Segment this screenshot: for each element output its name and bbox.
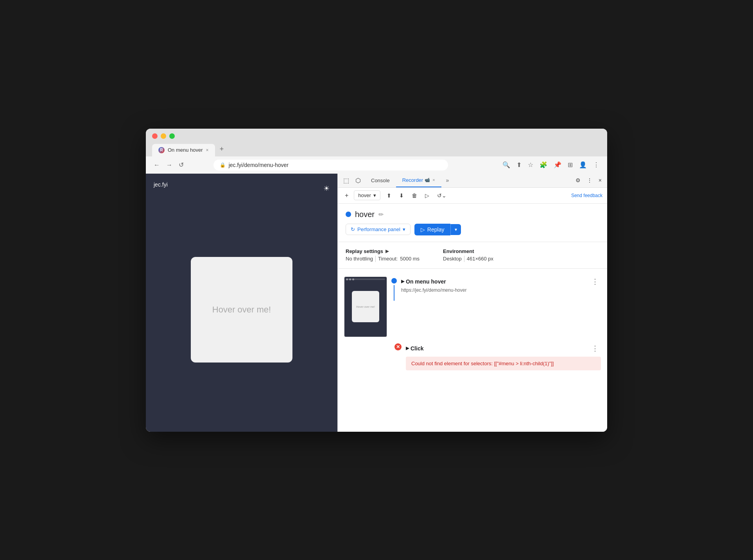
hover-box-container: Hover over me! <box>154 196 330 424</box>
recording-name: hover <box>358 192 371 198</box>
import-button[interactable]: ⬇ <box>396 190 407 201</box>
tab-favicon: R <box>158 147 165 153</box>
recording-name-select[interactable]: hover ▾ <box>354 190 380 200</box>
step-connector-1 <box>390 276 398 301</box>
bookmark-button[interactable]: ☆ <box>526 160 535 170</box>
recording-status-dot <box>346 212 351 217</box>
thumbnail-bar <box>346 278 385 280</box>
step-title-row-2: ▶ Click ⋮ <box>406 343 601 354</box>
browser-tab[interactable]: R On menu hover × <box>152 144 215 156</box>
step-expand-2[interactable]: ▶ Click <box>406 345 423 352</box>
devtools-close-button[interactable]: × <box>596 176 604 185</box>
profile-button[interactable]: 👤 <box>577 160 588 170</box>
timeout-label: Timeout: <box>378 256 398 262</box>
grid-button[interactable]: ⊞ <box>566 160 574 170</box>
recording-title-row: hover ✏ <box>346 210 599 219</box>
delete-button[interactable]: 🗑 <box>409 190 420 201</box>
url-bar[interactable]: 🔒 jec.fyi/demo/menu-hover <box>213 160 448 171</box>
replay-dropdown-button[interactable]: ▾ <box>450 224 461 235</box>
export-button[interactable]: ⬆ <box>384 190 394 201</box>
step-more-button-1[interactable]: ⋮ <box>589 276 601 287</box>
add-recording-button[interactable]: + <box>342 190 351 201</box>
maximize-button[interactable] <box>169 133 175 139</box>
replay-options-button[interactable]: ↺⌄ <box>434 190 450 201</box>
devtools-settings-button[interactable]: ⚙ <box>573 176 583 185</box>
step-click-title: Click <box>411 345 423 352</box>
search-action-button[interactable]: 🔍 <box>501 160 512 170</box>
inspect-icon-button[interactable]: ⬚ <box>341 175 351 186</box>
extensions-button[interactable]: 🧩 <box>538 160 549 170</box>
hover-text: Hover over me! <box>212 305 271 315</box>
replay-play-icon: ▷ <box>421 226 425 233</box>
reload-button[interactable]: ↺ <box>177 160 185 170</box>
throttling-value: No throttling <box>346 256 373 262</box>
url-text: jec.fyi/demo/menu-hover <box>229 162 289 168</box>
tab-title: On menu hover <box>168 147 203 153</box>
perf-panel-label: Performance panel <box>357 226 400 232</box>
minimize-button[interactable] <box>161 133 166 139</box>
page-header: jec.fyi ☀ <box>154 181 330 196</box>
replay-button[interactable]: ▷ Replay <box>414 224 451 235</box>
step-error: Could not find element for selectors: [[… <box>406 357 601 370</box>
step-expand-1[interactable]: ▶ On menu hover <box>401 278 446 285</box>
devtools-toolbar-right: ⚙ ⋮ × <box>573 176 604 185</box>
settings-arrow-icon: ▶ <box>385 249 389 254</box>
devtools-more-button[interactable]: ⋮ <box>584 176 595 185</box>
tab-console[interactable]: Console <box>365 173 396 187</box>
recorder-tab-close[interactable]: × <box>432 178 435 182</box>
settings-col-right: Environment Desktop 461×660 px <box>443 248 493 262</box>
more-button[interactable]: ⋮ <box>592 160 601 170</box>
settings-divider-2 <box>464 256 464 262</box>
tab-close-button[interactable]: × <box>206 147 209 153</box>
step-arrow-icon: ▶ <box>401 279 404 284</box>
share-button[interactable]: ⬆ <box>515 160 523 170</box>
recorder-toolbar: + hover ▾ ⬆ ⬇ 🗑 ▷ ↺⌄ Send feedback <box>338 188 607 204</box>
recording-title: hover <box>355 210 375 219</box>
timeout-value: 5000 ms <box>400 256 420 262</box>
perf-panel-icon: ↻ <box>351 226 355 232</box>
close-button[interactable] <box>152 133 158 139</box>
replay-settings-section: Replay settings ▶ No throttling Timeout:… <box>338 242 607 269</box>
browser-actions: 🔍 ⬆ ☆ 🧩 📌 ⊞ 👤 ⋮ <box>501 160 601 170</box>
thumbnail-preview: Hover over me! <box>352 291 379 322</box>
step-more-button-2[interactable]: ⋮ <box>589 343 601 354</box>
environment-values: Desktop 461×660 px <box>443 256 493 262</box>
settings-values: No throttling Timeout: 5000 ms <box>346 256 420 262</box>
pin-button[interactable]: 📌 <box>552 160 563 170</box>
step-line <box>394 285 394 301</box>
device-icon-button[interactable]: ⬡ <box>353 175 363 186</box>
recorder-actions: ⬆ ⬇ 🗑 ▷ ↺⌄ <box>384 190 450 201</box>
settings-col-left: Replay settings ▶ No throttling Timeout:… <box>346 248 420 262</box>
tab-recorder[interactable]: Recorder 📹 × <box>396 173 441 187</box>
recording-header: hover ✏ ↻ Performance panel ▾ ▷ Replay <box>338 204 607 242</box>
more-tabs-button[interactable]: » <box>443 176 452 185</box>
forward-button[interactable]: → <box>165 160 174 170</box>
traffic-lights <box>152 133 601 139</box>
environment-label: Environment <box>443 248 493 254</box>
address-bar: ← → ↺ 🔒 jec.fyi/demo/menu-hover 🔍 ⬆ ☆ 🧩 … <box>146 156 607 174</box>
play-button[interactable]: ▷ <box>422 190 432 201</box>
new-tab-button[interactable]: + <box>217 142 227 156</box>
step-url: https://jec.fyi/demo/menu-hover <box>401 287 601 293</box>
step-arrow-icon-2: ▶ <box>406 346 409 351</box>
hover-box[interactable]: Hover over me! <box>191 257 292 363</box>
performance-panel-button[interactable]: ↻ Performance panel ▾ <box>346 224 411 235</box>
replay-settings-label[interactable]: Replay settings ▶ <box>346 248 420 254</box>
step-connector-2: ✕ <box>394 343 402 350</box>
thumb-dot-3 <box>352 278 354 280</box>
perf-panel-chevron: ▾ <box>403 226 405 232</box>
back-button[interactable]: ← <box>152 160 161 170</box>
tabs-row: R On menu hover × + <box>152 142 601 156</box>
settings-divider <box>375 256 376 262</box>
main-area: jec.fyi ☀ Hover over me! ⬚ ⬡ Console <box>146 174 607 432</box>
step-navigate: Hover over me! ▶ On menu hover <box>338 273 607 340</box>
thumb-dot-2 <box>349 278 351 280</box>
page-logo: jec.fyi <box>154 181 168 188</box>
theme-toggle-icon[interactable]: ☀ <box>323 184 330 193</box>
send-feedback-link[interactable]: Send feedback <box>571 193 602 198</box>
steps-area: Hover over me! ▶ On menu hover <box>338 269 607 432</box>
lock-icon: 🔒 <box>220 162 226 168</box>
page-content: jec.fyi ☀ Hover over me! <box>146 174 337 432</box>
recording-controls: ↻ Performance panel ▾ ▷ Replay ▾ <box>346 224 599 235</box>
edit-title-icon[interactable]: ✏ <box>378 211 384 218</box>
